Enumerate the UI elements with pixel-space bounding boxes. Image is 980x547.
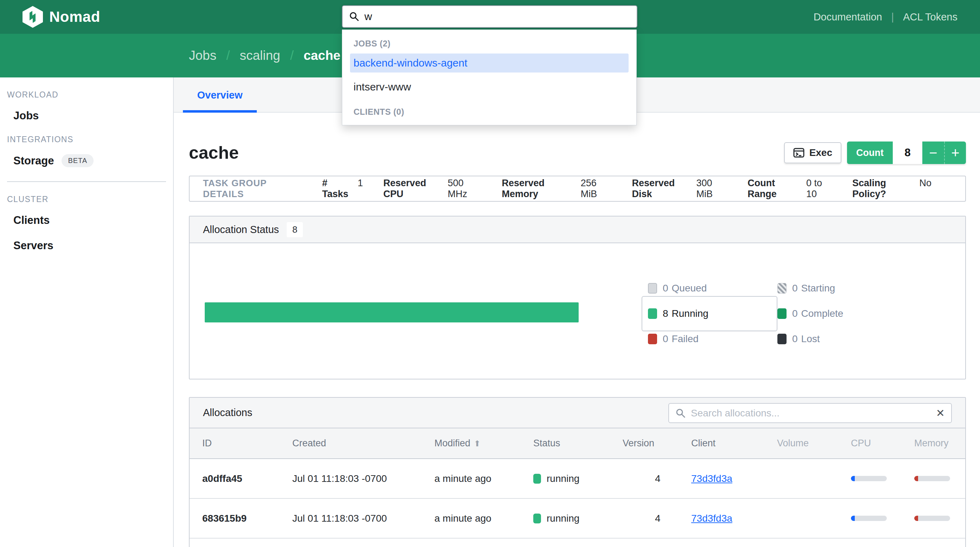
nomad-logo-icon [22, 6, 43, 28]
fact-label: Scaling Policy? [852, 178, 913, 199]
fact-value: 256 MiB [581, 178, 612, 199]
col-client[interactable]: Client [691, 438, 777, 449]
global-search-box [342, 5, 637, 28]
fact-value: 1 [358, 178, 363, 189]
breadcrumb: Jobs / scaling / cache [189, 34, 340, 77]
global-search-input[interactable] [364, 11, 630, 22]
col-version[interactable]: Version [623, 438, 691, 449]
client-link[interactable]: 73d3fd3a [691, 513, 732, 524]
allocations-search-input[interactable] [691, 408, 936, 419]
alloc-status: running [533, 513, 623, 524]
brand-name: Nomad [49, 8, 100, 26]
legend-running[interactable]: 8 Running [642, 296, 777, 331]
legend-label: Complete [801, 308, 843, 319]
legend-label: Lost [801, 333, 820, 344]
sort-ascending-icon: ⬆ [474, 439, 480, 448]
sidebar-item-clients[interactable]: Clients [13, 214, 173, 227]
allocation-status-count-badge: 8 [287, 222, 303, 237]
client-link[interactable]: 73d3fd3a [691, 473, 732, 484]
legend-lost[interactable]: 0 Lost [777, 326, 907, 352]
fact-label: Reserved CPU [383, 178, 441, 199]
exec-button-label: Exec [810, 147, 832, 158]
col-status[interactable]: Status [533, 438, 623, 449]
page-title: cache [189, 143, 239, 163]
top-links: Documentation | ACL Tokens [814, 0, 958, 34]
exec-button[interactable]: Exec [784, 142, 842, 163]
legend-label: Queued [672, 283, 707, 294]
col-modified-label: Modified [434, 438, 470, 448]
cpu-meter [851, 516, 887, 521]
count-label: Count [847, 142, 893, 164]
search-results-dropdown: JOBS (2) backend-windows-agent intserv-w… [342, 30, 637, 125]
search-icon [349, 11, 360, 22]
dropdown-item-intserv-www[interactable]: intserv-www [350, 77, 628, 96]
documentation-link[interactable]: Documentation [814, 11, 882, 23]
legend-count: 0 [792, 308, 798, 319]
breadcrumb-jobs[interactable]: Jobs [189, 48, 216, 63]
status-label: running [547, 473, 579, 484]
sidebar: WORKLOAD Jobs INTEGRATIONS Storage BETA … [0, 77, 174, 547]
allocation-row[interactable]: a0dffa45 Jul 01 11:18:03 -0700 a minute … [189, 459, 965, 499]
active-tab-underline [183, 110, 257, 113]
breadcrumb-scaling[interactable]: scaling [240, 48, 280, 63]
dropdown-section-jobs: JOBS (2) [353, 39, 636, 49]
legend-label: Failed [672, 333, 698, 344]
sidebar-item-jobs[interactable]: Jobs [13, 110, 173, 122]
legend-count: 0 [792, 333, 798, 344]
tab-overview[interactable]: Overview [183, 77, 257, 113]
clear-search-icon[interactable]: ✕ [936, 407, 945, 419]
search-icon [675, 408, 686, 418]
sidebar-item-label: Jobs [13, 110, 39, 122]
col-created[interactable]: Created [292, 438, 434, 449]
legend-label: Running [672, 308, 708, 319]
allocation-row[interactable]: 683615b9 Jul 01 11:18:03 -0700 a minute … [189, 499, 965, 539]
col-id[interactable]: ID [189, 438, 292, 449]
task-group-details-bar: TASK GROUP DETAILS # Tasks 1 Reserved CP… [189, 175, 966, 202]
fact-value: 500 MHz [448, 178, 482, 199]
col-memory: Memory [914, 438, 966, 449]
legend-count: 0 [663, 333, 668, 344]
count-stepper: Count 8 − + [847, 142, 966, 164]
count-increment-button[interactable]: + [944, 142, 966, 164]
col-modified[interactable]: Modified⬆ [434, 438, 533, 449]
acl-tokens-link[interactable]: ACL Tokens [903, 11, 958, 23]
queued-swatch-icon [648, 283, 657, 293]
breadcrumb-separator: / [290, 48, 294, 63]
alloc-id: a0dffa45 [189, 473, 292, 484]
memory-meter [914, 476, 950, 481]
sidebar-item-storage[interactable]: Storage BETA [13, 154, 173, 167]
breadcrumb-separator: / [226, 48, 230, 63]
sidebar-section-cluster: CLUSTER [7, 195, 173, 204]
fact-value: 0 to 10 [806, 178, 832, 199]
legend-complete[interactable]: 0 Complete [777, 301, 907, 326]
failed-swatch-icon [648, 334, 657, 344]
allocations-search-box: ✕ [668, 403, 952, 423]
count-decrement-button[interactable]: − [922, 142, 944, 164]
legend-count: 8 [663, 308, 668, 319]
alloc-modified: a minute ago [434, 473, 533, 484]
legend-starting[interactable]: 0 Starting [777, 276, 907, 301]
fact-label: Reserved Memory [502, 178, 574, 199]
alloc-version: 4 [623, 473, 691, 484]
memory-meter [914, 516, 950, 521]
sidebar-item-servers[interactable]: Servers [13, 239, 173, 252]
dropdown-item-backend-windows-agent[interactable]: backend-windows-agent [350, 54, 628, 72]
running-status-icon [533, 514, 541, 523]
fact-reserved-disk: Reserved Disk 300 MiB [632, 178, 727, 199]
sidebar-item-label: Clients [13, 214, 49, 227]
status-label: running [547, 513, 579, 524]
alloc-version: 4 [623, 513, 691, 524]
terminal-icon [793, 147, 805, 158]
allocation-status-legend: 0 Queued 0 Starting 8 Running 0 Complete… [648, 276, 907, 352]
legend-count: 0 [792, 283, 798, 294]
fact-label: Count Range [748, 178, 800, 199]
complete-swatch-icon [777, 308, 786, 319]
breadcrumb-cache[interactable]: cache [304, 48, 340, 63]
allocation-status-header: Allocation Status 8 [189, 217, 965, 243]
legend-count: 0 [663, 283, 668, 294]
sidebar-section-integrations: INTEGRATIONS [7, 135, 173, 144]
top-nav: Nomad Documentation | ACL Tokens [0, 0, 980, 34]
nomad-brand[interactable]: Nomad [22, 0, 100, 34]
fact-reserved-memory: Reserved Memory 256 MiB [502, 178, 611, 199]
legend-failed[interactable]: 0 Failed [648, 326, 777, 352]
